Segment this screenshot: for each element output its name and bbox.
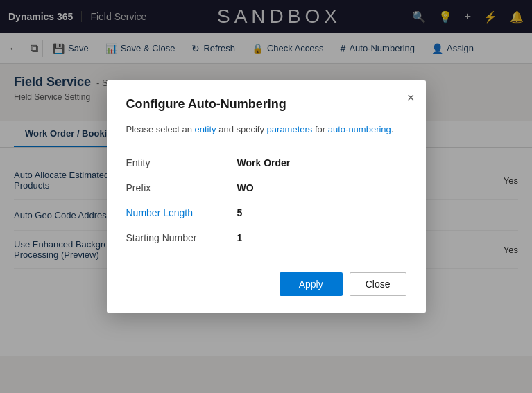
field-label-prefix: Prefix xyxy=(126,175,237,200)
modal-fields-table: Entity Work Order Prefix WO Number Lengt… xyxy=(126,150,406,250)
modal-overlay: Configure Auto-Numbering × Please select… xyxy=(0,0,532,393)
modal-close-button[interactable]: × xyxy=(407,91,415,104)
close-button[interactable]: Close xyxy=(350,272,406,296)
field-row-prefix: Prefix WO xyxy=(126,175,406,200)
field-row-entity: Entity Work Order xyxy=(126,150,406,175)
field-value-number-length: 5 xyxy=(237,200,406,225)
modal-desc-auto: auto-numbering xyxy=(328,124,391,134)
configure-autonumbering-modal: Configure Auto-Numbering × Please select… xyxy=(107,80,426,313)
modal-desc-middle: and specify xyxy=(216,124,267,134)
modal-description: Please select an entity and specify para… xyxy=(126,123,406,137)
modal-desc-plain: Please select an xyxy=(126,124,195,134)
field-label-starting-number: Starting Number xyxy=(126,225,237,250)
field-label-entity: Entity xyxy=(126,150,237,175)
field-value-prefix: WO xyxy=(237,175,406,200)
field-label-number-length[interactable]: Number Length xyxy=(126,200,237,225)
field-row-number-length: Number Length 5 xyxy=(126,200,406,225)
field-value-starting-number: 1 xyxy=(237,225,406,250)
modal-desc-period: . xyxy=(391,124,394,134)
apply-button[interactable]: Apply xyxy=(280,272,343,296)
modal-desc-params: parameters xyxy=(267,124,313,134)
modal-footer: Apply Close xyxy=(126,272,406,296)
field-row-starting-number: Starting Number 1 xyxy=(126,225,406,250)
modal-desc-end: for xyxy=(312,124,327,134)
field-value-entity: Work Order xyxy=(237,150,406,175)
modal-title: Configure Auto-Numbering xyxy=(126,97,406,112)
modal-desc-entity: entity xyxy=(195,124,216,134)
